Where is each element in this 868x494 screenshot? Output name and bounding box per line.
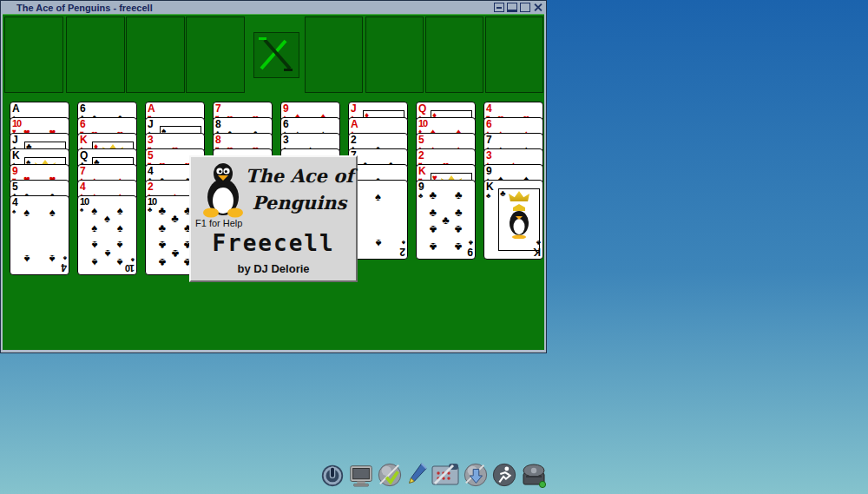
game-felt: A♠A♠♠10♥10♥♥♥♥♥♥♥♥♥♥♥J♣J♣♣K♠K♠♠9♥9♥♥♥♥♥♥… (3, 14, 544, 350)
dock (319, 461, 548, 489)
restore-icon[interactable] (520, 3, 530, 12)
free-cell-1[interactable] (4, 16, 63, 93)
card-10-of-spades[interactable]: 10♠10♠♠♠♠♠♠♠♠♠♠♠ (77, 195, 137, 275)
minimize-icon[interactable] (494, 3, 504, 12)
window-controls (494, 3, 543, 12)
help-hint: F1 for Help (195, 218, 242, 228)
pen-icon[interactable] (405, 461, 428, 489)
card-K-of-clubs[interactable]: K♣K♣♣ (483, 180, 543, 260)
window-title: The Ace of Penguins - freecell (1, 3, 153, 13)
game-name: Freecell (191, 230, 356, 256)
power-icon[interactable] (319, 461, 345, 489)
close-icon[interactable] (533, 3, 543, 12)
foundation-1[interactable] (305, 16, 363, 93)
card-4-of-spades[interactable]: 4♠4♠♠♠♠♠ (10, 195, 69, 275)
card-9-of-clubs[interactable]: 9♣9♣♣♣♣♣♣♣♣♣♣ (416, 180, 476, 260)
tux-penguin-image (203, 161, 243, 221)
foundation-3[interactable] (425, 16, 483, 93)
byline: by DJ Delorie (191, 262, 356, 275)
foundation-2[interactable] (365, 16, 424, 93)
freecell-window: The Ace of Penguins - freecell A♠A♠♠10♥1… (0, 0, 547, 353)
install-sphere-icon[interactable] (463, 461, 489, 489)
titlebar[interactable]: The Ace of Penguins - freecell (1, 1, 546, 14)
approve-sphere-icon[interactable] (377, 461, 403, 489)
desktop: { "window": { "title": "The Ace of Pengu… (0, 0, 868, 494)
foundation-4[interactable] (485, 16, 543, 93)
about-splash-dialog[interactable]: The Ace of Penguins F1 for Help Freecell… (189, 155, 358, 282)
free-cell-4[interactable] (186, 16, 245, 93)
toolbox-icon[interactable] (431, 461, 460, 489)
free-cell-3[interactable] (126, 16, 185, 93)
free-cell-2[interactable] (66, 16, 125, 93)
maximize-icon[interactable] (507, 3, 517, 12)
dialog-title: The Ace of Penguins (245, 162, 354, 216)
run-sphere-icon[interactable] (491, 461, 517, 489)
ace-of-penguins-x-logo (253, 32, 299, 78)
disk-icon[interactable] (520, 461, 548, 489)
display-icon[interactable] (348, 461, 374, 489)
